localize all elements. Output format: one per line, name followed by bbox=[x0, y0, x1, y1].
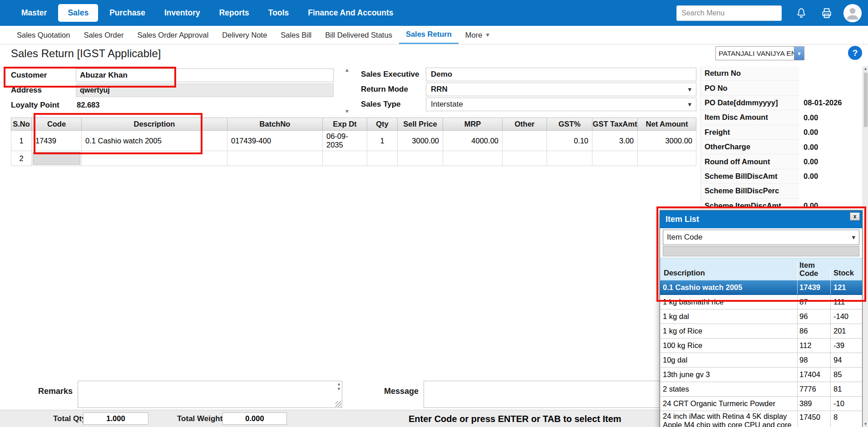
customer-row: Customer bbox=[11, 68, 340, 82]
cell-mrp[interactable] bbox=[443, 151, 503, 166]
panel-row: Scheme BillDiscPerc bbox=[701, 184, 861, 198]
scroll-down-icon[interactable]: ▼ bbox=[345, 109, 350, 114]
menu-item-reports[interactable]: Reports bbox=[210, 8, 259, 18]
scroll-down-icon[interactable]: ▼ bbox=[864, 422, 868, 427]
tab-sales-order[interactable]: Sales Order bbox=[77, 26, 130, 44]
cell-gst[interactable] bbox=[547, 151, 592, 166]
cell-gsttaxamt[interactable]: 3.00 bbox=[592, 131, 638, 151]
item-list-filter-select[interactable]: Item Code bbox=[663, 230, 859, 245]
cell-batchno[interactable]: 017439-400 bbox=[227, 131, 323, 151]
cell-netamount[interactable]: 3000.00 bbox=[638, 131, 696, 151]
return-mode-row: Return Mode RRN bbox=[361, 82, 697, 96]
total-qty-label: Total Qty bbox=[53, 414, 86, 423]
item-code: 87 bbox=[797, 295, 830, 309]
item-list-row[interactable]: 10g dal 98 94 bbox=[660, 353, 862, 368]
return-mode-label: Return Mode bbox=[361, 85, 426, 94]
resize-grip-icon[interactable] bbox=[335, 401, 341, 407]
sales-executive-input[interactable]: Demo bbox=[426, 68, 696, 81]
menu-item-tools[interactable]: Tools bbox=[259, 8, 298, 18]
customer-input[interactable] bbox=[76, 69, 334, 82]
return-mode-select[interactable]: RRN bbox=[426, 83, 696, 96]
cell-netamount[interactable] bbox=[638, 151, 696, 166]
cell-code-active[interactable] bbox=[32, 151, 82, 166]
customer-label: Customer bbox=[11, 71, 76, 80]
cell-gsttaxamt[interactable] bbox=[592, 151, 638, 166]
code-entry-cell[interactable] bbox=[33, 152, 80, 165]
tab-sales-bill[interactable]: Sales Bill bbox=[274, 26, 318, 44]
cell-description[interactable] bbox=[82, 151, 227, 166]
panel-row: OtherCharge 0.00 bbox=[701, 140, 861, 154]
search-menu-input[interactable] bbox=[676, 5, 782, 21]
item-code: 112 bbox=[797, 339, 830, 353]
scrollbar-thumb[interactable] bbox=[864, 73, 868, 127]
cell-other[interactable] bbox=[503, 131, 547, 151]
close-icon[interactable]: x bbox=[850, 212, 860, 221]
cell-description[interactable]: 0.1 Cashio watch 2005 bbox=[82, 131, 227, 151]
item-list-row[interactable]: 2 states 7776 81 bbox=[660, 382, 862, 397]
printer-icon[interactable] bbox=[821, 7, 833, 19]
item-stock: 85 bbox=[830, 368, 862, 382]
cell-sellprice[interactable]: 3000.00 bbox=[398, 131, 443, 151]
chevron-down-icon[interactable] bbox=[794, 47, 804, 60]
cell-qty[interactable]: 1 bbox=[367, 131, 398, 151]
col-header-sellprice: Sell Price bbox=[398, 118, 443, 131]
round-off-amount-value[interactable]: 0.00 bbox=[799, 157, 861, 166]
cell-other[interactable] bbox=[503, 151, 547, 166]
item-list-popup: Item List x Item Code Description Item C… bbox=[660, 210, 863, 427]
tab-sales-quotation[interactable]: Sales Quotation bbox=[10, 26, 77, 44]
vertical-scrollbar[interactable]: ▲ ▼ bbox=[863, 66, 868, 427]
cell-mrp[interactable]: 4000.00 bbox=[443, 131, 503, 151]
remarks-textarea[interactable] bbox=[78, 381, 342, 407]
cell-code[interactable]: 17439 bbox=[32, 131, 82, 151]
cell-sno[interactable]: 2 bbox=[11, 151, 32, 166]
scroll-up-icon[interactable]: ▲ bbox=[345, 68, 350, 73]
message-textarea[interactable] bbox=[424, 381, 696, 407]
cell-sno[interactable]: 1 bbox=[11, 131, 32, 151]
user-avatar[interactable] bbox=[843, 4, 862, 22]
scroll-down-icon[interactable]: ▼ bbox=[337, 387, 341, 391]
cell-expdt[interactable]: 06-09-2035 bbox=[323, 131, 367, 151]
item-list-row[interactable]: 1 kg basmathi rice 87 111 bbox=[660, 295, 862, 309]
scroll-up-icon[interactable]: ▲ bbox=[864, 66, 868, 72]
menu-item-inventory[interactable]: Inventory bbox=[155, 8, 210, 18]
menu-item-master[interactable]: Master bbox=[12, 8, 56, 18]
item-list-row[interactable]: 100 kg Rice 112 -39 bbox=[660, 339, 862, 353]
freight-value[interactable]: 0.00 bbox=[799, 128, 861, 137]
other-charge-value[interactable]: 0.00 bbox=[799, 143, 861, 152]
tab-delivery-note[interactable]: Delivery Note bbox=[215, 26, 274, 44]
tab-bill-delivered-status[interactable]: Bill Delivered Status bbox=[318, 26, 399, 44]
cell-sellprice[interactable] bbox=[398, 151, 443, 166]
menu-item-finance-and-accounts[interactable]: Finance And Accounts bbox=[298, 8, 403, 18]
item-disc-amount-value[interactable]: 0.00 bbox=[799, 113, 861, 122]
cell-expdt[interactable] bbox=[323, 151, 367, 166]
sales-subnav: Sales Quotation Sales Order Sales Order … bbox=[0, 26, 868, 44]
item-list-row[interactable]: 1 kg of Rice 86 201 bbox=[660, 324, 862, 339]
item-list-row[interactable]: 24 CRT Organic Turmeric Powder 389 -10 bbox=[660, 397, 862, 411]
scheme-itemdiscamt-value[interactable]: 0.00 bbox=[799, 201, 861, 210]
cell-gst[interactable]: 0.10 bbox=[547, 131, 592, 151]
item-list-row[interactable]: 1 kg dal 96 -140 bbox=[660, 309, 862, 324]
item-stock: 8 bbox=[830, 412, 862, 427]
sales-type-select[interactable]: Interstate bbox=[426, 98, 696, 111]
customer-form-scrollbar[interactable]: ▲ ▼ bbox=[343, 68, 351, 114]
scheme-billdiscamt-value[interactable]: 0.00 bbox=[799, 172, 861, 181]
tab-sales-order-approval[interactable]: Sales Order Approval bbox=[130, 26, 215, 44]
scroll-up-icon[interactable]: ▲ bbox=[337, 382, 341, 386]
total-qty-input[interactable] bbox=[83, 412, 148, 425]
tab-sales-return[interactable]: Sales Return bbox=[399, 26, 459, 44]
item-list-row-selected[interactable]: 0.1 Cashio watch 2005 17439 121 bbox=[660, 280, 862, 295]
address-input[interactable] bbox=[76, 83, 334, 97]
company-select[interactable]: PATANJALI VANIJYA ENTER bbox=[715, 46, 804, 60]
total-weight-input[interactable] bbox=[222, 412, 287, 425]
po-date-value[interactable]: 08-01-2026 bbox=[799, 98, 861, 107]
cell-qty[interactable] bbox=[367, 151, 398, 166]
menu-item-sales[interactable]: Sales bbox=[58, 4, 98, 22]
notifications-bell-icon[interactable] bbox=[795, 7, 807, 19]
help-button[interactable]: ? bbox=[848, 46, 862, 60]
item-list-search-input[interactable] bbox=[663, 246, 859, 256]
cell-batchno[interactable] bbox=[227, 151, 323, 166]
tab-more[interactable]: More bbox=[459, 26, 497, 44]
item-list-row[interactable]: 24 inch iMac with Retina 4 5K display Ap… bbox=[660, 411, 862, 427]
item-list-row[interactable]: 13th june gv 3 17404 85 bbox=[660, 368, 862, 382]
menu-item-purchase[interactable]: Purchase bbox=[100, 8, 155, 18]
